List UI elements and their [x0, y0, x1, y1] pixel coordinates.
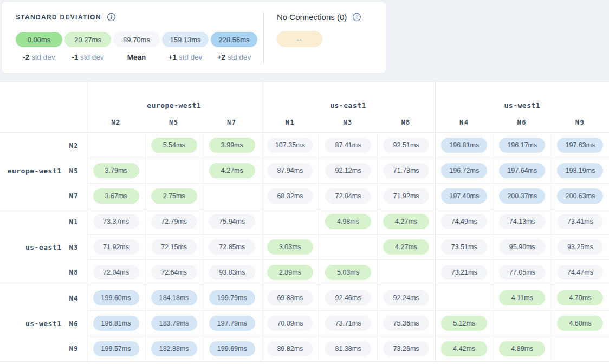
latency-pill[interactable]: 72.79ms [151, 214, 197, 229]
latency-pill[interactable]: 4.27ms [383, 239, 429, 255]
latency-pill[interactable]: 4.42ms [441, 341, 487, 356]
latency-pill[interactable]: 71.73ms [383, 163, 429, 178]
latency-pill[interactable]: 197.79ms [209, 316, 255, 331]
legend-stop-label: -1 std dev [64, 53, 111, 61]
latency-pill[interactable]: 73.51ms [441, 239, 487, 255]
latency-pill[interactable]: 73.37ms [93, 214, 139, 229]
latency-pill[interactable]: 3.79ms [93, 163, 139, 178]
latency-pill[interactable]: 4.98ms [325, 214, 371, 229]
latency-pill[interactable]: 87.41ms [325, 138, 371, 153]
info-icon[interactable] [352, 12, 361, 22]
latency-pill[interactable]: 3.67ms [93, 188, 139, 204]
latency-pill[interactable]: 3.03ms [267, 239, 313, 255]
latency-pill[interactable]: 89.82ms [267, 341, 313, 356]
latency-pill[interactable]: 200.63ms [557, 188, 603, 204]
latency-pill[interactable]: 73.71ms [325, 316, 371, 331]
cell-N6-N8: 75.36ms [377, 311, 435, 336]
latency-pill[interactable]: 196.81ms [441, 138, 487, 153]
self-cell-N4 [435, 285, 493, 311]
latency-pill[interactable]: 74.13ms [499, 214, 545, 229]
latency-pill[interactable]: 73.41ms [557, 214, 603, 229]
latency-pill[interactable]: 5.54ms [151, 138, 197, 153]
latency-pill[interactable]: 71.92ms [383, 188, 429, 204]
latency-pill[interactable]: 199.69ms [209, 341, 255, 356]
latency-pill[interactable]: 73.26ms [383, 341, 429, 356]
latency-pill[interactable]: 5.03ms [325, 265, 371, 280]
latency-pill[interactable]: 93.83ms [209, 265, 255, 280]
latency-pill[interactable]: 196.72ms [441, 163, 487, 178]
latency-pill[interactable]: 92.12ms [325, 163, 371, 178]
latency-pill[interactable]: 71.92ms [93, 239, 139, 255]
latency-pill[interactable]: 198.19ms [557, 163, 603, 178]
cell-N5-N9: 198.19ms [551, 158, 609, 184]
latency-pill[interactable]: 72.85ms [209, 239, 255, 255]
latency-pill[interactable]: 199.60ms [93, 290, 139, 306]
latency-pill[interactable]: 197.63ms [557, 138, 603, 153]
latency-pill[interactable]: 4.27ms [209, 163, 255, 178]
legend-card: STANDARD DEVIATION 0.00ms20.27ms89.70ms1… [1, 1, 386, 74]
latency-pill[interactable]: 197.40ms [441, 188, 487, 204]
row-header-N2: N2 [0, 133, 87, 158]
latency-pill[interactable]: 2.89ms [267, 265, 313, 280]
latency-pill[interactable]: 107.35ms [267, 138, 313, 153]
latency-pill[interactable]: 95.90ms [499, 239, 545, 255]
legend-stop-label: +1 std dev [162, 53, 209, 61]
latency-pill[interactable]: 182.88ms [151, 341, 197, 356]
cell-N2-N1: 107.35ms [261, 133, 319, 158]
col-header-N7: N7 [203, 112, 261, 133]
row-node-label: N9 [69, 345, 79, 353]
latency-pill[interactable]: 183.79ms [151, 316, 197, 331]
latency-pill[interactable]: 75.94ms [209, 214, 255, 229]
cell-N1-N6: 74.13ms [493, 209, 551, 235]
latency-pill[interactable]: 92.51ms [383, 138, 429, 153]
latency-pill[interactable]: 92.24ms [383, 290, 429, 306]
latency-pill[interactable]: 3.99ms [209, 138, 255, 153]
cell-N9-N6: 4.89ms [493, 336, 551, 362]
latency-pill[interactable]: 75.36ms [383, 316, 429, 331]
row-node-label: N7 [69, 192, 79, 200]
cell-N8-N3: 5.03ms [319, 260, 377, 285]
col-header-N2: N2 [87, 112, 145, 133]
latency-pill[interactable]: 74.47ms [557, 265, 603, 280]
latency-pill[interactable]: 2.75ms [151, 188, 197, 204]
latency-pill[interactable]: 73.21ms [441, 265, 487, 280]
info-icon[interactable] [107, 12, 116, 22]
latency-pill[interactable]: 5.12ms [441, 316, 487, 331]
latency-pill[interactable]: 72.15ms [151, 239, 197, 255]
cell-N5-N3: 92.12ms [319, 158, 377, 184]
latency-pill[interactable]: 70.09ms [267, 316, 313, 331]
latency-pill[interactable]: 197.64ms [499, 163, 545, 178]
cell-N5-N8: 71.73ms [377, 158, 435, 184]
latency-pill[interactable]: 196.81ms [93, 316, 139, 331]
latency-pill[interactable]: 4.27ms [383, 214, 429, 229]
row-header-N7: N7 [0, 184, 87, 209]
latency-pill[interactable]: 81.38ms [325, 341, 371, 356]
cell-N7-N4: 197.40ms [435, 184, 493, 209]
latency-pill[interactable]: 72.04ms [93, 265, 139, 280]
cell-N7-N5: 2.75ms [145, 184, 203, 209]
self-cell-N9 [551, 336, 609, 362]
latency-pill[interactable]: 199.79ms [209, 290, 255, 306]
latency-pill[interactable]: 200.37ms [499, 188, 545, 204]
latency-pill[interactable]: 68.32ms [267, 188, 313, 204]
latency-pill[interactable]: 199.57ms [93, 341, 139, 356]
latency-pill[interactable]: 4.11ms [499, 290, 545, 306]
col-header-N1: N1 [261, 112, 319, 133]
latency-pill[interactable]: 87.94ms [267, 163, 313, 178]
latency-pill[interactable]: 4.60ms [557, 316, 603, 331]
latency-pill[interactable]: 184.18ms [151, 290, 197, 306]
latency-pill[interactable]: 77.05ms [499, 265, 545, 280]
latency-pill[interactable]: 74.49ms [441, 214, 487, 229]
latency-pill[interactable]: 4.70ms [557, 290, 603, 306]
row-node-label: N5 [69, 167, 79, 175]
latency-pill[interactable]: 72.64ms [151, 265, 197, 280]
latency-pill[interactable]: 196.17ms [499, 138, 545, 153]
latency-pill[interactable]: 93.25ms [557, 239, 603, 255]
no-connections-pill: -- [277, 31, 322, 47]
latency-pill[interactable]: 72.04ms [325, 188, 371, 204]
row-header-N6: us-west1N6 [0, 311, 87, 336]
latency-pill[interactable]: 4.89ms [499, 341, 545, 356]
latency-pill[interactable]: 69.88ms [267, 290, 313, 306]
cell-N7-N3: 72.04ms [319, 184, 377, 209]
latency-pill[interactable]: 92.46ms [325, 290, 371, 306]
